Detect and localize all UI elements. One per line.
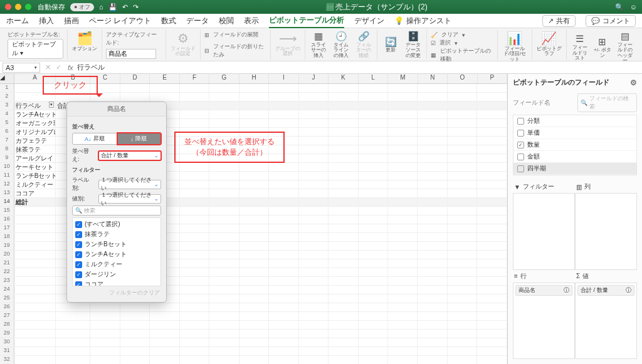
rows-drop-area[interactable]: 商品名ⓘ (513, 283, 575, 360)
col-header-L[interactable]: L (359, 74, 388, 83)
clear-filter-button[interactable]: フィルターのクリア (72, 286, 161, 297)
user-icon[interactable]: ☺ (630, 3, 637, 11)
field-settings-button[interactable]: ⚙フィールドの設定 (170, 31, 196, 57)
label-by-select[interactable]: １つ選択してください⌄ (98, 180, 161, 189)
field-search-input[interactable]: 🔍 フィールドの検索 (577, 93, 637, 112)
pivottable-field-list-pane: ピボットテーブルのフィールド ⚙ フィールド名 🔍 フィールドの検索 分類単価数… (507, 74, 642, 364)
tab-data[interactable]: データ (186, 14, 209, 28)
field-row[interactable]: 金額 (513, 151, 636, 163)
tab-tell-me[interactable]: 💡 操作アシスト (394, 14, 451, 28)
tab-insert[interactable]: 挿入 (39, 14, 54, 28)
tab-pivottable-analyze[interactable]: ピボットテーブル分析 (269, 14, 344, 28)
fx-icon[interactable]: fx (64, 64, 77, 71)
col-header-I[interactable]: I (269, 74, 298, 83)
filter-dropdown-icon[interactable]: ▾ (49, 101, 54, 108)
autosave-toggle[interactable]: ● オフ (70, 3, 94, 11)
filter-item[interactable]: ✓ランチBセット (73, 239, 160, 249)
insert-timeline-button[interactable]: 🕘タイムラインの挿入 (332, 31, 350, 58)
col-header-N[interactable]: N (418, 74, 448, 83)
filter-item[interactable]: ✓抹茶ラテ (73, 229, 160, 239)
col-header-M[interactable]: M (388, 74, 418, 83)
formula-content[interactable]: 行ラベル (77, 63, 105, 72)
tab-home[interactable]: ホーム (6, 14, 29, 28)
tab-review[interactable]: 校閲 (219, 14, 234, 28)
pm-buttons-button[interactable]: ⊞+/- ボタン (593, 36, 612, 58)
col-header-K[interactable]: K (329, 74, 358, 83)
field-name-label: フィールド名 (513, 98, 550, 107)
values-drop-area[interactable]: 合計 / 数量ⓘ (575, 283, 637, 360)
fields-items-sets-button[interactable]: 📊フィールド/項目/セット (502, 31, 528, 62)
filter-item[interactable]: ✓ココア (73, 279, 160, 286)
select-all-corner[interactable]: ◢ (0, 74, 14, 83)
col-header-H[interactable]: H (239, 74, 269, 83)
col-header-J[interactable]: J (299, 74, 329, 83)
columns-drop-area[interactable] (575, 193, 637, 270)
pivot-chart-button[interactable]: 📈ピボットグラフ (536, 31, 562, 57)
grid-row[interactable]: 31 (0, 347, 507, 356)
col-header-G[interactable]: G (209, 74, 239, 83)
col-header-P[interactable]: P (478, 74, 507, 83)
options-button[interactable]: 🗂️オプション (71, 31, 98, 51)
grid-row[interactable]: 32 (0, 356, 507, 364)
grid-row[interactable]: 26 (0, 303, 507, 312)
save-icon[interactable]: 💾 (108, 3, 117, 11)
cancel-icon[interactable]: ✕ (43, 63, 53, 71)
value-field-chip[interactable]: 合計 / 数量ⓘ (577, 285, 634, 296)
share-button[interactable]: ↗ 共有 (542, 15, 576, 27)
grid-row[interactable]: 27 (0, 312, 507, 321)
pane-settings-icon[interactable]: ⚙ (630, 78, 637, 87)
sortby-select[interactable]: 合計 / 数量⌄ (98, 151, 161, 160)
tab-view[interactable]: 表示 (244, 14, 259, 28)
change-data-source-button[interactable]: 🗄️データソースの変更 (404, 31, 423, 58)
undo-icon[interactable]: ↶ (122, 3, 128, 11)
window-controls[interactable] (5, 4, 31, 10)
home-icon[interactable]: ⌂ (99, 3, 103, 11)
grid-row[interactable]: 30 (0, 338, 507, 347)
value-by-select[interactable]: １つ選択してください⌄ (98, 194, 161, 204)
tab-draw[interactable]: 描画 (64, 14, 79, 28)
tab-formulas[interactable]: 数式 (161, 14, 176, 28)
col-header-O[interactable]: O (448, 74, 477, 83)
field-list-button[interactable]: ☰フィールドリスト (571, 33, 589, 61)
filter-item[interactable]: ✓ランチAセット (73, 249, 160, 259)
active-field-input[interactable] (106, 49, 156, 59)
field-headers-button[interactable]: ▤フィールドのヘッダー (616, 31, 634, 64)
expand-icon[interactable]: ⊞ (204, 32, 209, 38)
collapse-icon[interactable]: ⊟ (204, 48, 209, 54)
field-row[interactable]: 単価 (513, 127, 636, 139)
field-row[interactable]: 分類 (513, 115, 636, 127)
select-icon[interactable]: ☑ (431, 40, 436, 46)
insert-slicer-button[interactable]: ▦スライサーの挿入 (309, 31, 328, 58)
field-row[interactable]: 四半期 (513, 163, 636, 175)
move-icon[interactable]: ▦ (431, 52, 436, 58)
enter-icon[interactable]: ✓ (53, 63, 64, 71)
filters-drop-area[interactable] (513, 193, 575, 270)
grid-row[interactable]: 29 (0, 330, 507, 338)
refresh-button[interactable]: 🔄更新 (381, 36, 400, 53)
row-field-chip[interactable]: 商品名ⓘ (515, 285, 572, 296)
tab-page-layout[interactable]: ページ レイアウト (89, 14, 151, 28)
col-header-D[interactable]: D (120, 74, 150, 83)
sort-descending-button[interactable]: ↓降順 (117, 133, 162, 145)
spreadsheet-grid[interactable]: ◢ A B C D E F G H I J K L M N O P 123行ラベ… (0, 74, 507, 364)
filter-item[interactable]: ✓ミルクティー (73, 259, 160, 269)
sort-ascending-button[interactable]: A↓昇順 (72, 133, 117, 145)
value-by-label: 値別: (72, 195, 96, 203)
ribbon: ピボットテーブル名: ピボットテーブル ▾ 🗂️オプション アクティブなフィール… (0, 28, 642, 61)
filter-item[interactable]: ✓(すべて選択) (73, 219, 160, 229)
name-box[interactable]: A3▾ (3, 63, 40, 73)
pivottable-button[interactable]: ピボットテーブル ▾ (8, 39, 63, 59)
comments-button[interactable]: 💬 コメント (586, 15, 636, 27)
grid-row[interactable]: 28 (0, 321, 507, 330)
col-header-F[interactable]: F (180, 74, 209, 83)
filter-item[interactable]: ✓ダージリン (73, 269, 160, 279)
field-row[interactable]: 数量 (513, 139, 636, 151)
search-icon[interactable]: 🔍 (615, 3, 624, 11)
redo-icon[interactable]: ↷ (133, 3, 139, 11)
tab-design[interactable]: デザイン (354, 14, 384, 28)
excel-icon: ▦ (326, 3, 334, 11)
clear-icon[interactable]: 🧹 (431, 32, 438, 38)
autosave-label: 自動保存 (38, 3, 65, 12)
col-header-E[interactable]: E (150, 74, 179, 83)
active-field-label: アクティブなフィールド: (106, 31, 162, 47)
